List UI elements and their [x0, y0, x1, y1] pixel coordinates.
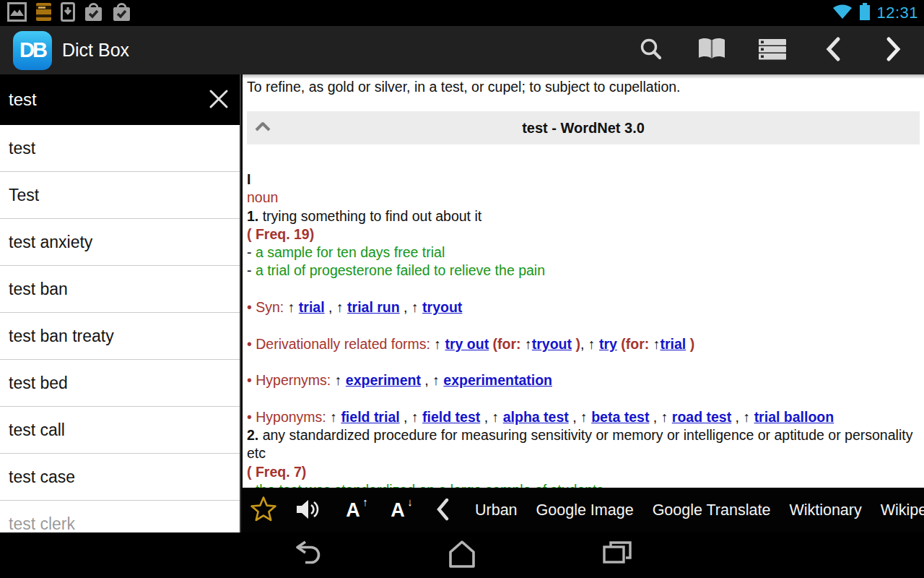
history-back-button[interactable] [803, 26, 863, 74]
nav-back-button[interactable] [274, 532, 339, 578]
favorite-button[interactable] [241, 488, 286, 532]
dictionary-book-icon [35, 2, 52, 25]
dictionary-tab[interactable]: Google Image [536, 501, 634, 519]
word-list-button[interactable] [742, 26, 803, 74]
entry-line: • Syn: ↑ trial , ↑ trial run , ↑ tryout [247, 298, 924, 316]
back-icon [291, 540, 323, 571]
entry-line: ( Freq. 7) [247, 463, 924, 481]
word-link[interactable]: tryout [422, 299, 462, 315]
entry-line: • Derivationally related forms: ↑ try ou… [247, 335, 924, 353]
word-link[interactable]: experimentation [443, 372, 552, 388]
word-link[interactable]: try out [445, 336, 489, 352]
word-link[interactable]: field trial [341, 409, 399, 425]
collapse-tabs-button[interactable] [420, 488, 465, 532]
entry-line: noun [247, 189, 924, 207]
word-link[interactable]: experiment [346, 372, 421, 388]
bookmarks-button[interactable] [681, 26, 742, 74]
suggestion-item[interactable]: test anxiety [0, 219, 240, 266]
font-decrease-icon: A↓ [391, 501, 405, 520]
clear-search-button[interactable] [201, 82, 237, 118]
word-link[interactable]: try [599, 336, 617, 352]
entry-line: - the test was standardized on a large s… [247, 481, 924, 488]
word-link[interactable]: beta test [591, 409, 649, 425]
word-link[interactable]: trial run [347, 299, 400, 315]
bag-check-icon [112, 2, 131, 25]
suggestion-item[interactable]: test ban [0, 266, 240, 313]
dictionary-section-header[interactable]: test - WordNet 3.0 [247, 111, 920, 144]
section-header-title: test - WordNet 3.0 [522, 120, 645, 137]
suggestion-item[interactable]: test ban treaty [0, 313, 240, 360]
dictionary-tab[interactable]: Wiktionary [789, 501, 861, 519]
chevron-left-icon [435, 498, 450, 523]
search-bar[interactable]: test [0, 74, 240, 125]
chevron-left-icon [824, 36, 842, 64]
open-book-icon [697, 37, 727, 64]
collapse-up-icon [254, 121, 271, 135]
list-icon [757, 37, 788, 64]
font-decrease-button[interactable]: A↓ [375, 488, 420, 532]
suggestion-item[interactable]: Test [0, 172, 240, 219]
word-link[interactable]: tryout [532, 336, 572, 352]
suggestion-item[interactable]: test [0, 125, 240, 172]
nav-recents-button[interactable] [585, 532, 650, 578]
entry-line [247, 390, 924, 408]
word-link[interactable]: trial [299, 299, 325, 315]
dictionary-tabs: UrbanGoogle ImageGoogle TranslateWiktion… [475, 501, 924, 519]
suggestion-list: testTesttest anxietytest bantest ban tre… [0, 125, 240, 532]
entry-line [247, 353, 924, 371]
entry-line: 1. trying something to find out about it [247, 207, 924, 225]
word-link[interactable]: road test [672, 409, 731, 425]
font-increase-button[interactable]: A↑ [331, 488, 375, 532]
entry-line: • Hyponyms: ↑ field trial , ↑ field test… [247, 408, 924, 426]
action-buttons [621, 26, 924, 74]
bottom-toolbar: A↑ A↓ UrbanGoogle ImageGoogle TranslateW… [241, 488, 924, 532]
app-title: Dict Box [62, 40, 129, 61]
dictionary-tab[interactable]: Google Translate [653, 501, 771, 519]
pronounce-button[interactable] [286, 488, 331, 532]
suggestion-item[interactable]: test call [0, 407, 240, 454]
chevron-right-icon [885, 36, 902, 64]
search-input[interactable]: test [0, 90, 201, 110]
entry-line: - a sample for ten days free trial [247, 243, 924, 262]
word-link[interactable]: trial balloon [754, 409, 834, 425]
word-link[interactable]: trial [660, 336, 686, 352]
star-icon [249, 496, 278, 525]
battery-icon [859, 2, 871, 24]
notification-icons [0, 2, 131, 25]
suggestion-item[interactable]: test clerk [0, 501, 240, 532]
entry-body: Inoun1. trying something to find out abo… [243, 171, 924, 488]
download-icon [61, 2, 75, 25]
entry-line: 2. any standardized procedure for measur… [247, 426, 924, 463]
recents-icon [601, 540, 633, 571]
app-logo[interactable]: DB [13, 31, 52, 70]
suggestion-item[interactable]: test bed [0, 360, 240, 407]
clock: 12:31 [876, 4, 918, 22]
nav-home-button[interactable] [430, 532, 494, 578]
app-bar: DB Dict Box [0, 26, 924, 74]
status-bar: 12:31 [0, 0, 924, 26]
dictionary-tab[interactable]: Wikipedia [881, 501, 924, 519]
wifi-icon [832, 3, 853, 23]
entry-line [247, 316, 924, 335]
history-forward-button[interactable] [863, 26, 924, 74]
entry-line [247, 280, 924, 298]
system-status: 12:31 [832, 2, 924, 24]
entry-line: • Hypernyms: ↑ experiment , ↑ experiment… [247, 371, 924, 389]
word-link[interactable]: field test [422, 409, 480, 425]
font-increase-icon: A↑ [346, 501, 360, 520]
speaker-icon [295, 497, 322, 524]
previous-definition-text: To refine, as gold or silver, in a test,… [243, 74, 924, 96]
word-link[interactable]: alpha test [503, 409, 569, 425]
gallery-icon [7, 2, 27, 25]
search-icon [638, 36, 664, 64]
navigation-bar [0, 532, 924, 578]
search-button[interactable] [621, 26, 681, 74]
bag-check-icon [84, 2, 103, 25]
suggestion-item[interactable]: test case [0, 454, 240, 501]
sidebar: test testTesttest anxietytest bantest ba… [0, 74, 241, 532]
app-logo-letters: DB [19, 38, 45, 62]
definition-pane: To refine, as gold or silver, in a test,… [243, 74, 924, 488]
close-icon [207, 87, 230, 113]
entry-line: ( Freq. 19) [247, 225, 924, 243]
dictionary-tab[interactable]: Urban [475, 501, 518, 519]
